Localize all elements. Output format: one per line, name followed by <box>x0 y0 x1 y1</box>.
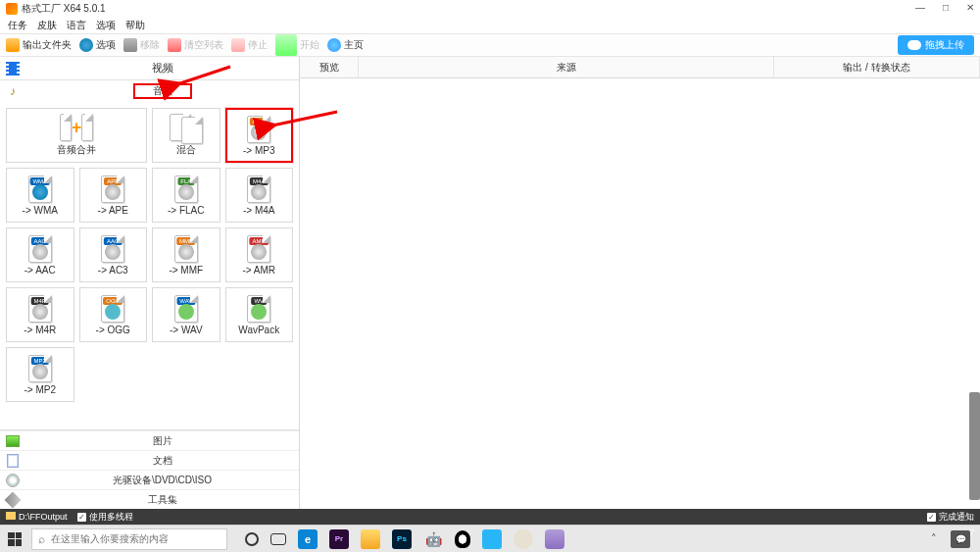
tile-mmf[interactable]: MMF-> MMF <box>152 227 220 282</box>
tile-mix[interactable]: 混合 <box>152 108 220 163</box>
stop-icon <box>231 38 245 52</box>
close-button[interactable]: ✕ <box>962 0 978 15</box>
phone-app-icon[interactable] <box>482 529 502 549</box>
tile-amr[interactable]: AMR-> AMR <box>225 227 294 282</box>
home-icon <box>327 38 341 52</box>
category-tools[interactable]: 工具集 <box>0 489 299 509</box>
window-title: 格式工厂 X64 5.0.1 <box>22 2 106 16</box>
menu-task[interactable]: 任务 <box>8 19 27 32</box>
title-bar: 格式工厂 X64 5.0.1 <box>0 0 980 18</box>
main-row: 视频 ♪ 音频 + 音频合并 混合 MP3 -> MP3 WMA-> W <box>0 57 980 509</box>
maximize-button[interactable]: □ <box>939 0 953 15</box>
toolbar: 输出文件夹 选项 移除 清空列表 停止 开始 主页 拖拽上传 <box>0 33 980 57</box>
status-multithread[interactable]: ✓使用多线程 <box>77 511 133 524</box>
tile-ogg[interactable]: OGG-> OGG <box>79 287 148 342</box>
clear-icon <box>168 38 181 52</box>
menu-options[interactable]: 选项 <box>96 19 116 32</box>
task-list-header: 预览 来源 输出 / 转换状态 <box>300 57 980 78</box>
file-explorer-icon[interactable] <box>361 529 380 549</box>
photoshop-icon[interactable]: Ps <box>392 529 412 549</box>
minimize-button[interactable]: — <box>911 0 929 15</box>
col-source[interactable]: 来源 <box>359 57 774 77</box>
tile-flac[interactable]: FLA-> FLAC <box>152 168 220 223</box>
taskbar-search[interactable]: ⌕ <box>31 528 227 550</box>
folder-icon <box>6 512 16 520</box>
windows-taskbar: ⌕ e Pr Ps 🤖 ˄ 💬7 <box>0 525 980 552</box>
category-document[interactable]: 文档 <box>0 450 299 470</box>
menu-bar: 任务 皮肤 语言 选项 帮助 <box>0 18 980 33</box>
window-buttons: — □ ✕ <box>911 0 978 15</box>
output-folder-button[interactable]: 输出文件夹 <box>6 38 72 52</box>
conversion-grid: + 音频合并 混合 MP3 -> MP3 WMA-> WMA APE-> APE… <box>0 102 299 429</box>
status-output-path[interactable]: D:\FFOutput <box>6 512 68 522</box>
tile-audio-merge[interactable]: + 音频合并 <box>6 108 147 163</box>
notification-center-icon[interactable]: 💬7 <box>951 530 970 548</box>
tile-wav[interactable]: WAV-> WAV <box>152 287 220 342</box>
stop-button[interactable]: 停止 <box>231 38 268 52</box>
folder-icon <box>6 38 20 52</box>
audio-tab[interactable]: ♪ 音频 <box>0 80 299 102</box>
bottom-categories: 图片 文档 光驱设备\DVD\CD\ISO 工具集 <box>0 429 299 509</box>
remove-button[interactable]: 移除 <box>123 38 160 52</box>
search-input[interactable] <box>51 533 220 544</box>
start-button[interactable]: 开始 <box>275 34 319 56</box>
tile-m4a[interactable]: M4A-> M4A <box>225 168 294 223</box>
document-icon <box>7 454 19 468</box>
cloud-icon <box>907 40 921 50</box>
video-tab[interactable]: 视频 <box>0 57 299 80</box>
system-tray: ˄ 💬7 <box>927 530 976 548</box>
start-icon <box>275 34 297 56</box>
qq-icon[interactable] <box>455 530 470 548</box>
col-preview[interactable]: 预览 <box>300 57 359 77</box>
menu-skin[interactable]: 皮肤 <box>37 19 57 32</box>
search-icon: ⌕ <box>38 532 45 546</box>
status-done-notify[interactable]: ✓完成通知 <box>927 511 974 524</box>
right-panel: 预览 来源 输出 / 转换状态 <box>300 57 980 509</box>
premiere-icon[interactable]: Pr <box>329 529 349 549</box>
checkbox-icon: ✓ <box>927 513 936 522</box>
category-picture[interactable]: 图片 <box>0 430 299 450</box>
taskbar-pinned: e Pr Ps 🤖 <box>245 529 564 549</box>
cortana-icon[interactable] <box>245 532 259 546</box>
film-icon <box>6 62 20 75</box>
mix-icon <box>170 114 203 141</box>
category-dvd[interactable]: 光驱设备\DVD\CD\ISO <box>0 470 299 489</box>
music-note-icon: ♪ <box>10 84 16 98</box>
task-list-body[interactable] <box>300 78 980 509</box>
taskview-icon[interactable] <box>270 533 286 545</box>
menu-help[interactable]: 帮助 <box>125 19 145 32</box>
menu-language[interactable]: 语言 <box>67 19 86 32</box>
clear-list-button[interactable]: 清空列表 <box>168 38 223 52</box>
move-icon <box>123 38 137 52</box>
tray-chevron-up-icon[interactable]: ˄ <box>927 532 941 546</box>
options-button[interactable]: 选项 <box>79 38 116 52</box>
status-bar: D:\FFOutput ✓使用多线程 ✓完成通知 <box>0 509 980 525</box>
tile-ac3[interactable]: AAC-> AC3 <box>79 227 148 282</box>
vertical-scrollbar-thumb[interactable] <box>969 392 980 500</box>
tile-wma[interactable]: WMA-> WMA <box>6 168 74 223</box>
windows-logo-icon <box>8 532 22 546</box>
start-button[interactable] <box>4 528 25 550</box>
tile-wavpack[interactable]: WVWavPack <box>225 287 294 342</box>
video-tab-label: 视频 <box>25 61 299 75</box>
tile-mp3[interactable]: MP3 -> MP3 <box>225 108 294 163</box>
tile-m4r[interactable]: M4R-> M4R <box>6 287 74 342</box>
edge-icon[interactable]: e <box>298 529 318 549</box>
upload-button[interactable]: 拖拽上传 <box>898 35 974 55</box>
app-icon <box>6 3 18 15</box>
android-icon[interactable]: 🤖 <box>423 529 443 549</box>
merge-icon: + <box>60 114 93 141</box>
tile-ape[interactable]: APE-> APE <box>79 168 148 223</box>
checkbox-icon: ✓ <box>77 513 86 522</box>
picture-icon <box>6 435 20 447</box>
col-status[interactable]: 输出 / 转换状态 <box>774 57 980 77</box>
tile-mp2[interactable]: MP2-> MP2 <box>6 347 74 402</box>
app-icon-1[interactable] <box>514 529 533 549</box>
tile-aac[interactable]: AAC-> AAC <box>6 227 74 282</box>
home-button[interactable]: 主页 <box>327 38 364 52</box>
app-icon-2[interactable] <box>545 529 564 549</box>
options-icon <box>79 38 93 52</box>
audio-tab-highlight: 音频 <box>133 83 192 99</box>
left-panel: 视频 ♪ 音频 + 音频合并 混合 MP3 -> MP3 WMA-> W <box>0 57 300 509</box>
tools-icon <box>5 491 22 508</box>
